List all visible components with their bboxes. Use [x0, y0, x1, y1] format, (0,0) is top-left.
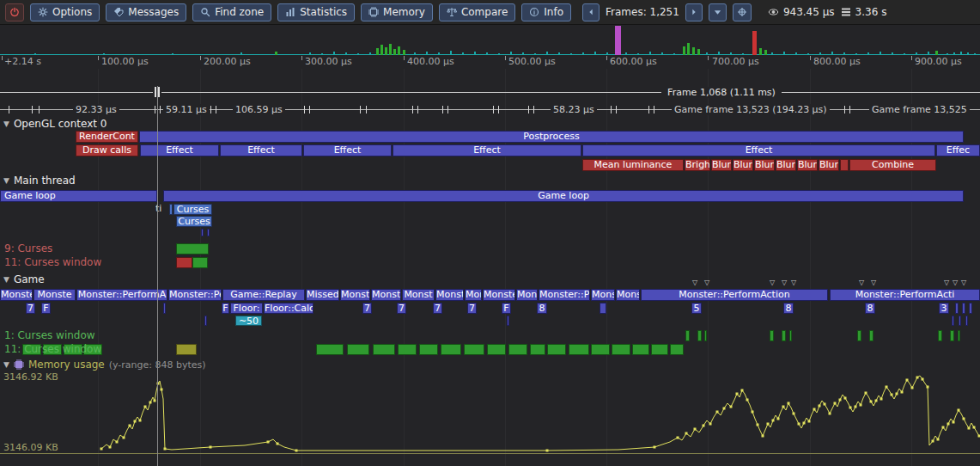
frame-label[interactable]: Game frame 13,523 (194.23 μs)	[672, 104, 830, 115]
zone[interactable]: Postprocess	[139, 131, 964, 143]
frame-bar[interactable]	[967, 52, 969, 55]
section-opengl-header[interactable]: ▼ OpenGL context 0	[3, 118, 107, 130]
frame-label[interactable]: 58.23 μs	[551, 104, 597, 115]
zone[interactable]: Monste	[0, 289, 33, 301]
frame-bar[interactable]	[855, 53, 857, 55]
zone[interactable]: Monste	[483, 289, 515, 301]
frame-bar[interactable]	[172, 53, 173, 55]
message-marker-icon[interactable]: ▽	[704, 279, 713, 287]
frame-bar[interactable]	[414, 52, 416, 55]
zone[interactable]	[204, 316, 207, 326]
zone[interactable]: Monst	[340, 289, 370, 301]
frame-bar[interactable]	[357, 53, 359, 55]
message-marker-icon[interactable]: ▽	[791, 279, 800, 287]
options-button[interactable]: Options	[30, 3, 100, 21]
zone[interactable]: Effect	[140, 144, 219, 156]
message-marker-icon[interactable]: ▽	[859, 279, 867, 287]
zone[interactable]: Monster::PerformActi	[830, 289, 980, 301]
zone-red[interactable]: Mean luminance	[582, 159, 684, 171]
center-view-button[interactable]	[733, 3, 752, 21]
zone[interactable]: 7	[467, 303, 477, 314]
frame-bar[interactable]	[649, 52, 651, 55]
frame-bar[interactable]	[752, 31, 757, 55]
message-marker-icon[interactable]: ▽	[692, 279, 701, 287]
zone[interactable]	[163, 303, 166, 314]
frame-bar[interactable]	[742, 53, 744, 55]
frame-bar[interactable]	[558, 52, 560, 55]
frame-bar[interactable]	[333, 52, 335, 55]
zone[interactable]: Monst	[402, 289, 435, 301]
frame-bar[interactable]	[498, 53, 500, 55]
frame-bar[interactable]	[795, 52, 797, 55]
zone[interactable]: Monst	[465, 289, 482, 301]
zone[interactable]	[955, 303, 959, 314]
zone[interactable]	[507, 316, 509, 326]
zone[interactable]: 8	[537, 303, 547, 314]
frame-bar[interactable]	[904, 53, 905, 55]
frame-bar[interactable]	[637, 53, 639, 55]
frame-bar[interactable]	[462, 52, 464, 55]
frame-bar[interactable]	[867, 52, 869, 55]
zone[interactable]: 7	[433, 303, 442, 314]
frame-bar[interactable]	[546, 52, 548, 55]
zone[interactable]: Floor::Calc	[264, 303, 313, 314]
zone[interactable]: F	[222, 303, 229, 314]
zone-red[interactable]: Combine	[849, 159, 936, 171]
frame-bar[interactable]	[240, 52, 242, 55]
frame-bar[interactable]	[570, 53, 572, 55]
zone-red[interactable]	[840, 159, 849, 171]
info-button[interactable]: Info	[521, 3, 571, 21]
frame-bar[interactable]	[474, 52, 476, 55]
zone[interactable]: Effect	[582, 144, 935, 156]
zone[interactable]: Mons	[616, 289, 640, 301]
frame-bar[interactable]	[706, 52, 708, 55]
zone-red[interactable]: RenderCont	[76, 131, 138, 143]
zone[interactable]	[959, 316, 961, 326]
frame-bar[interactable]	[426, 52, 428, 55]
frame-label[interactable]: 106.59 μs	[233, 104, 285, 115]
frame-bar[interactable]	[759, 48, 762, 55]
frame-bar[interactable]	[807, 53, 809, 55]
statistics-button[interactable]: Statistics	[277, 3, 355, 21]
memory-button[interactable]: Memory	[361, 3, 433, 21]
zone[interactable]: Monste	[33, 289, 76, 301]
message-marker-icon[interactable]: ▽	[944, 279, 953, 287]
frame-bar[interactable]	[398, 46, 400, 55]
zone[interactable]: Monst	[435, 289, 464, 301]
frame-bar[interactable]	[783, 52, 785, 55]
zone[interactable]: 3	[939, 303, 949, 314]
frame-bar[interactable]	[275, 52, 277, 55]
zone-red[interactable]: Blur	[754, 159, 775, 171]
current-frame-label[interactable]: Frame 1,068 (1.11 ms)	[663, 87, 780, 98]
zone[interactable]	[965, 316, 968, 326]
zone-red[interactable]: Blur	[711, 159, 732, 171]
frame-bar[interactable]	[309, 52, 311, 55]
zone[interactable]: Monst	[371, 289, 401, 301]
zone[interactable]: Monster::Pe	[168, 289, 222, 301]
frame-bar[interactable]	[661, 52, 663, 55]
frame-label[interactable]: Game frame 13,525	[869, 104, 970, 115]
zone[interactable]: Effect	[220, 144, 302, 156]
frame-bar[interactable]	[380, 45, 383, 55]
frame-bar[interactable]	[594, 52, 596, 55]
zone[interactable]: Effect	[393, 144, 581, 156]
frame-bar[interactable]	[687, 43, 690, 55]
frame-bar[interactable]	[369, 52, 371, 55]
zone-game-loop[interactable]: Game loop	[163, 190, 964, 202]
message-marker-icon[interactable]: ▽	[961, 279, 970, 287]
zone[interactable]: 7	[26, 303, 35, 314]
frame-bar[interactable]	[843, 52, 845, 55]
message-marker-icon[interactable]: ▽	[871, 279, 880, 287]
messages-button[interactable]: Messages	[106, 3, 186, 21]
frame-bar[interactable]	[673, 53, 675, 55]
zone[interactable]: 8	[783, 303, 794, 314]
zone[interactable]: Monster::PerformAction	[641, 289, 828, 301]
frame-bar[interactable]	[510, 52, 512, 55]
frame-bar[interactable]	[486, 52, 488, 55]
zone[interactable]: Curses	[176, 216, 212, 227]
frame-label[interactable]: 92.33 μs	[73, 104, 119, 115]
frame-bar[interactable]	[771, 52, 773, 55]
zone[interactable]	[169, 204, 173, 215]
section-main-thread-header[interactable]: ▼ Main thread	[3, 175, 76, 187]
zone-red[interactable]: Blur	[797, 159, 818, 171]
